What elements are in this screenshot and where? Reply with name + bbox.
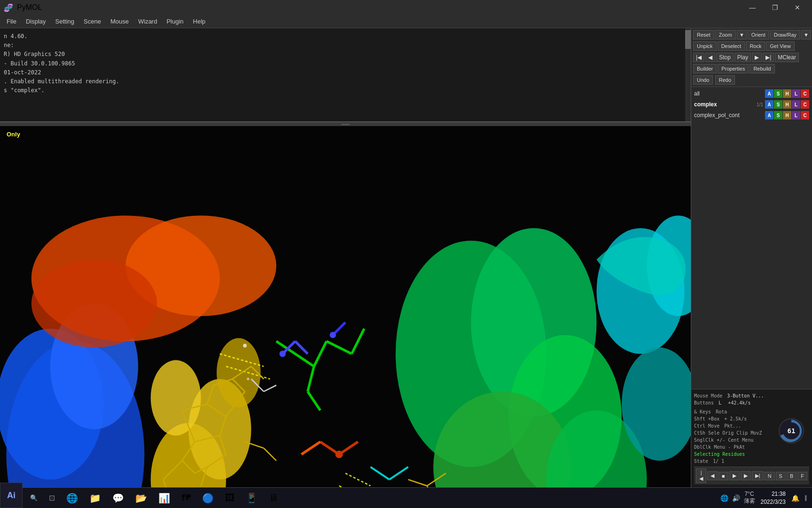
pb-last-button[interactable]: ▶| [752,471,764,480]
browser2-icon: 🔵 [202,492,214,504]
console-line-1: n 4.60. [4,32,687,41]
toolbar-row3: |◀ ◀ Stop Play ▶ ▶| MClear [693,53,810,62]
pol-btn-C[interactable]: C [801,111,809,119]
toolbar-row4: Builder Properties Rebuild [693,64,810,73]
weather-info: 7°C 薄雾 [744,491,755,505]
misc-icon: 📱 [246,492,258,504]
taskbar-app-edge[interactable]: 🌐 [62,490,82,507]
viewport[interactable]: Only [0,126,691,487]
pb-N-button[interactable]: N [765,472,775,480]
menu-wizard[interactable]: Wizard [133,16,162,27]
complex-btn-S[interactable]: S [774,100,782,109]
complex-btn-H[interactable]: H [783,100,791,109]
svg-point-33 [336,451,343,458]
pb-first-button[interactable]: |◀ [696,468,706,483]
pb-next-button[interactable]: ▶ [741,471,751,480]
minimize-button[interactable]: — [742,0,763,15]
all-btn-S[interactable]: S [774,89,782,98]
svg-point-7 [217,338,261,407]
state-value: 1/ 1 [713,459,724,464]
close-button[interactable]: ✕ [787,0,808,15]
menu-display[interactable]: Display [21,16,51,27]
notifications-icon[interactable]: 🔔 [791,494,799,502]
redo-button[interactable]: Redo [715,75,735,85]
menu-scene[interactable]: Scene [79,16,106,27]
taskbar-app-files[interactable]: 📂 [132,490,151,507]
draw-ray-arrow-button[interactable]: ▼ [801,30,811,40]
dbl-line: DblClk Menu - PkAt [694,444,762,451]
buttons-label: Buttons [694,400,714,405]
app-icon: 🧬 [4,3,13,12]
pb-play-button[interactable]: ▶ [729,471,740,480]
ai-button[interactable]: Ai [0,483,23,508]
object-name-all[interactable]: all [694,90,765,97]
buttons-line: Buttons L +42.4k/s [694,399,809,406]
taskbar-app-terminal[interactable]: 🖥 [265,490,282,507]
reset-button[interactable]: Reset [693,30,714,40]
properties-button[interactable]: Properties [718,64,749,73]
last-frame-button[interactable]: ▶| [763,53,774,62]
undo-button[interactable]: Undo [693,75,713,85]
menu-mouse[interactable]: Mouse [106,16,133,27]
prev-frame-button[interactable]: ◀ [705,53,715,62]
wechat-icon: 💬 [112,492,124,504]
orient-button[interactable]: Orient [748,30,769,40]
mclear-button[interactable]: MClear [775,53,799,62]
taskbar-app-photos[interactable]: 🖼 [221,490,238,507]
rock-button[interactable]: Rock [746,41,765,51]
play-button[interactable]: Play [734,53,751,62]
menu-setting[interactable]: Setting [51,16,79,27]
all-btn-C[interactable]: C [801,89,809,98]
complex-btn-L[interactable]: L [792,100,800,109]
rebuild-button[interactable]: Rebuild [750,64,774,73]
menu-plugin[interactable]: Plugin [162,16,188,27]
pol-btn-H[interactable]: H [783,111,791,119]
svg-point-6 [151,360,201,436]
taskbar-app-ppt[interactable]: 📊 [155,490,174,507]
taskbar-app-search[interactable]: 🔍 [26,490,41,507]
maximize-button[interactable]: ❐ [764,0,786,15]
console-scrollbar-thumb[interactable] [685,30,691,49]
complex-btn-A[interactable]: A [765,100,773,109]
console-splitter[interactable]: ━━━ [0,122,691,126]
deselect-button[interactable]: Deselect [718,41,745,51]
object-name-complex[interactable]: complex [694,101,757,108]
stop-button[interactable]: Stop [716,53,734,62]
zoom-arrow-button[interactable]: ▼ [737,30,747,40]
pb-stop-button[interactable]: ■ [718,472,728,480]
complex-btn-C[interactable]: C [801,100,809,109]
unpick-button[interactable]: Unpick [693,41,717,51]
all-btn-H[interactable]: H [783,89,791,98]
menu-file[interactable]: File [2,16,21,27]
network-icon[interactable]: 🌐 [720,494,728,502]
all-btn-A[interactable]: A [765,89,773,98]
pb-B-button[interactable]: B [787,472,796,480]
zoom-button[interactable]: Zoom [715,30,736,40]
pol-btn-S[interactable]: S [774,111,782,119]
show-desktop-icon[interactable]: ▌ [805,495,808,500]
taskbar-app-misc[interactable]: 📱 [242,490,261,507]
pb-S-button[interactable]: S [776,472,786,480]
taskbar-app-maps[interactable]: 🗺 [178,490,195,507]
taskbar-app-wechat[interactable]: 💬 [109,490,128,507]
pb-F-button[interactable]: F [797,472,807,480]
menu-help[interactable]: Help [188,16,211,27]
edge-icon: 🌐 [66,492,78,504]
first-frame-button[interactable]: |◀ [693,53,704,62]
draw-ray-button[interactable]: Draw/Ray [770,30,800,40]
get-view-button[interactable]: Get View [766,41,794,51]
pol-btn-L[interactable]: L [792,111,800,119]
clock[interactable]: 21:38 2022/3/23 [761,490,786,506]
maps-icon: 🗺 [181,492,191,503]
builder-button[interactable]: Builder [693,64,717,73]
console-scrollbar[interactable] [685,28,691,121]
pol-btn-A[interactable]: A [765,111,773,119]
taskbar-app-explorer[interactable]: 📁 [86,490,105,507]
all-btn-L[interactable]: L [792,89,800,98]
taskbar-app-browser2[interactable]: 🔵 [198,490,218,507]
pb-prev-button[interactable]: ◀ [707,471,718,480]
object-name-complex-pol[interactable]: complex_pol_cont [694,112,765,119]
sound-icon[interactable]: 🔊 [732,494,740,502]
taskbar-app-taskview[interactable]: ⊡ [45,490,59,507]
next-frame-button[interactable]: ▶ [752,53,762,62]
